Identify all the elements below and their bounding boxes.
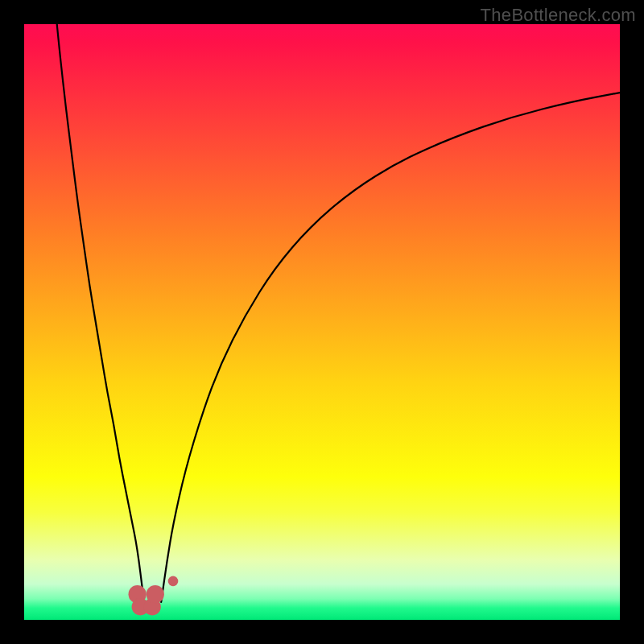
marker-dot-separate — [168, 576, 179, 587]
plot-area — [24, 24, 620, 620]
marker-blob-right — [147, 585, 164, 603]
watermark-text: TheBottleneck.com — [481, 5, 636, 26]
gradient-background — [24, 24, 620, 620]
chart-svg — [24, 24, 620, 620]
chart-frame: TheBottleneck.com — [0, 0, 644, 644]
